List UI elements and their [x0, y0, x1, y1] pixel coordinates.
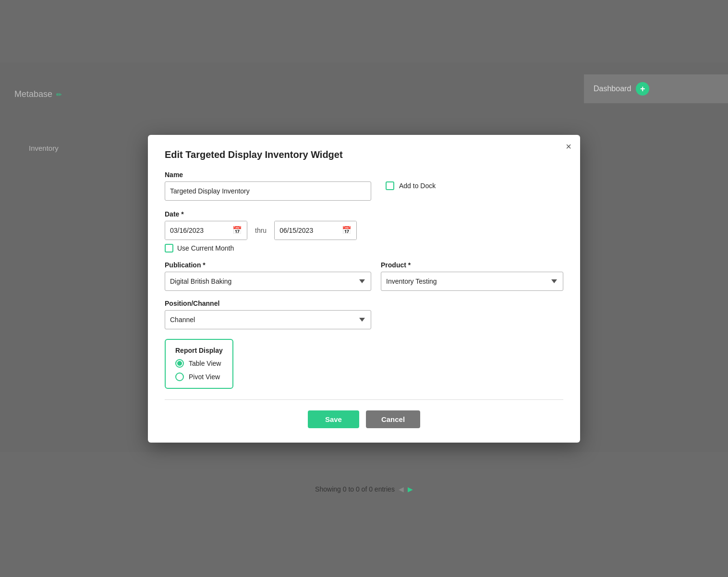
position-select[interactable]: Channel	[165, 310, 371, 329]
product-group: Product * Inventory Testing	[381, 261, 563, 291]
use-current-month-checkbox[interactable]	[165, 244, 173, 252]
publication-label: Publication *	[165, 261, 371, 269]
use-current-month-label: Use Current Month	[177, 244, 234, 252]
date-row: 📅 thru 📅	[165, 221, 563, 240]
position-channel-label: Position/Channel	[165, 300, 371, 307]
cancel-button[interactable]: Cancel	[366, 410, 420, 428]
name-row: Name Add to Dock	[165, 171, 563, 201]
publication-group: Publication * Digital British Baking	[165, 261, 371, 291]
modal-backdrop: × Edit Targeted Display Inventory Widget…	[0, 0, 728, 577]
pub-product-row: Publication * Digital British Baking Pro…	[165, 261, 563, 291]
pivot-view-row: Pivot View	[175, 373, 223, 381]
close-button[interactable]: ×	[566, 142, 571, 151]
add-to-dock-label: Add to Dock	[399, 182, 436, 190]
pivot-view-radio[interactable]	[175, 373, 184, 381]
use-current-month-row: Use Current Month	[165, 244, 563, 252]
product-label: Product *	[381, 261, 563, 269]
name-group: Name	[165, 171, 371, 201]
modal-title: Edit Targeted Display Inventory Widget	[165, 149, 563, 160]
calendar-from-button[interactable]: 📅	[228, 221, 247, 240]
pivot-view-label: Pivot View	[189, 373, 220, 381]
product-select[interactable]: Inventory Testing	[381, 272, 563, 291]
date-to-wrapper: 📅	[274, 221, 357, 240]
name-label: Name	[165, 171, 371, 179]
publication-select[interactable]: Digital British Baking	[165, 272, 371, 291]
buttons-row: Save Cancel	[165, 410, 563, 428]
table-view-row: Table View	[175, 359, 223, 368]
modal-container: × Edit Targeted Display Inventory Widget…	[148, 135, 580, 443]
date-from-wrapper: 📅	[165, 221, 247, 240]
thru-text: thru	[255, 227, 267, 234]
date-from-input[interactable]	[165, 221, 228, 240]
report-display-title: Report Display	[175, 347, 223, 354]
add-to-dock-container: Add to Dock	[386, 181, 436, 190]
add-to-dock-checkbox[interactable]	[386, 181, 394, 190]
divider	[165, 399, 563, 400]
position-row: Position/Channel Channel	[165, 300, 563, 329]
table-view-label: Table View	[189, 360, 221, 367]
position-group: Position/Channel Channel	[165, 300, 371, 329]
report-display-box: Report Display Table View Pivot View	[165, 339, 233, 389]
calendar-to-button[interactable]: 📅	[337, 221, 356, 240]
date-to-input[interactable]	[275, 221, 337, 240]
date-label: Date *	[165, 210, 563, 218]
date-section: Date * 📅 thru 📅 Use Current Month	[165, 210, 563, 252]
table-view-radio[interactable]	[175, 359, 184, 368]
save-button[interactable]: Save	[308, 410, 359, 428]
name-input[interactable]	[165, 181, 371, 201]
